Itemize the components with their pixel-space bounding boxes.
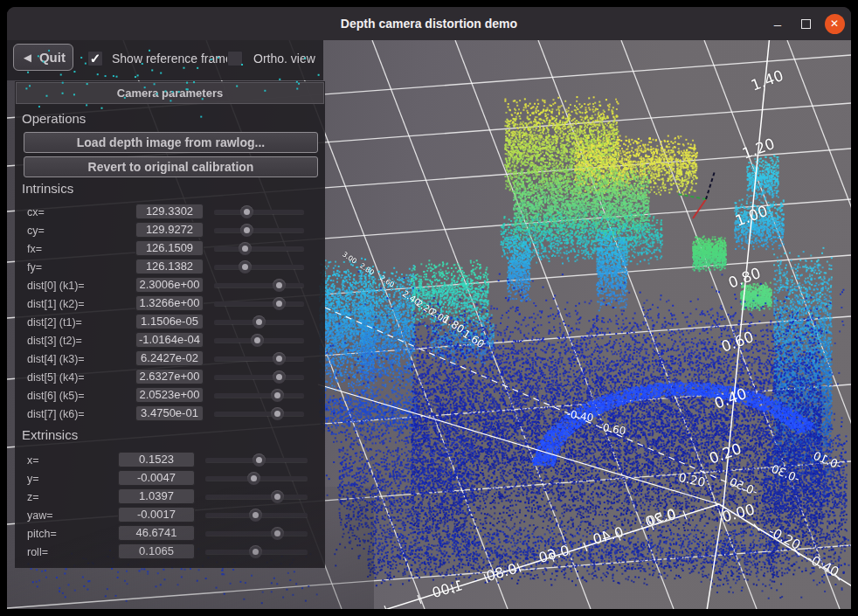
param-slider-knob[interactable] [271,407,284,420]
param-row: dist[4] (k3)=6.2427e-02 [15,350,325,368]
intrinsics-section-label: Intrinsics [22,181,73,196]
param-value-input[interactable]: 126.1382 [135,259,204,274]
param-row: dist[5] (k4)=2.6327e+00 [15,369,325,386]
param-value-input[interactable]: 1.3266e+00 [135,295,204,311]
param-label: dist[2] (t1)= [27,316,82,329]
param-value-input[interactable]: -1.0164e-04 [135,332,204,348]
param-label: dist[5] (k4)= [27,371,85,384]
param-label: dist[7] (k6)= [27,408,85,420]
param-slider-knob[interactable] [273,370,286,384]
minimize-button[interactable]: – [767,7,788,40]
param-slider-track[interactable] [214,393,304,398]
param-label: dist[0] (k1)= [27,280,85,292]
param-slider-knob[interactable] [273,297,286,310]
show-reference-frame-label: Show reference frame [112,52,232,66]
title-bar[interactable]: Depth camera distortion demo – ✕ [7,7,851,40]
param-slider-knob[interactable] [249,545,262,558]
extrinsics-section-label: Extrinsics [22,427,78,442]
param-value-input[interactable]: 1.1506e-05 [135,314,204,329]
param-value-input[interactable]: 1.0397 [118,488,195,504]
checkbox-show-reference-frame[interactable]: ✓ [87,51,103,66]
param-value-input[interactable]: 6.2427e-02 [135,350,204,366]
param-slider-knob[interactable] [239,260,252,273]
param-label: y= [27,473,39,485]
param-value-input[interactable]: 126.1509 [135,240,204,256]
param-value-input[interactable]: 129.9272 [135,222,204,238]
maximize-button[interactable] [795,7,816,40]
param-value-input[interactable]: 46.6741 [118,525,195,541]
operations-section-label: Operations [22,111,86,126]
close-button[interactable]: ✕ [823,7,846,40]
param-slider-track[interactable] [205,495,308,499]
param-slider-track[interactable] [214,228,304,232]
param-label: z= [27,491,39,503]
param-slider-track[interactable] [214,375,304,379]
param-slider-track[interactable] [214,283,304,287]
param-label: x= [27,454,39,467]
param-value-input[interactable]: 2.6327e+00 [135,369,204,384]
3d-viewport[interactable]: 1.401.201.000.800.600.400.200.00-0.20-0.… [7,40,851,609]
param-row: dist[6] (k5)=2.0523e+00 [15,387,325,405]
param-row: dist[0] (k1)=2.3006e+00 [15,277,325,294]
param-slider-track[interactable] [214,356,304,361]
app-window: Depth camera distortion demo – ✕ 1.401.2… [7,7,851,609]
param-row: cx=129.3302 [15,204,325,221]
revert-calibration-button[interactable]: Revert to original calibration [24,156,318,177]
param-row: pitch=46.6741 [15,525,325,543]
param-slider-knob[interactable] [240,224,253,237]
param-row: dist[3] (t2)=-1.0164e-04 [15,332,325,350]
param-row: fy=126.1382 [15,259,325,276]
panel-title[interactable]: Camera parameters [16,82,324,104]
param-row: roll=0.1065 [15,543,325,561]
param-label: pitch= [27,528,57,540]
param-slider-knob[interactable] [271,389,284,402]
minimize-icon: – [774,17,781,31]
param-row: dist[7] (k6)=3.4750e-01 [15,405,325,423]
param-value-input[interactable]: 0.1523 [118,452,195,467]
param-slider-track[interactable] [214,412,304,416]
param-label: cx= [27,206,45,218]
param-slider-knob[interactable] [271,490,284,503]
param-row: fx=126.1509 [15,240,325,258]
check-icon: ✓ [90,51,101,66]
param-value-input[interactable]: 2.0523e+00 [135,387,204,403]
load-depth-image-button[interactable]: Load depth image from rawlog... [24,132,318,153]
param-slider-track[interactable] [205,513,308,517]
param-slider-knob[interactable] [273,352,286,365]
param-slider-track[interactable] [214,338,304,343]
param-slider-track[interactable] [214,320,304,324]
close-icon: ✕ [825,14,845,34]
param-slider-knob[interactable] [247,472,260,485]
param-value-input[interactable]: 0.1065 [118,543,195,559]
param-row: y=-0.0047 [15,470,325,488]
param-label: fy= [27,261,42,273]
param-slider-knob[interactable] [239,242,252,255]
param-row: yaw=-0.0017 [15,507,325,524]
param-slider-track[interactable] [214,265,304,269]
param-label: yaw= [27,509,53,522]
param-value-input[interactable]: 2.3006e+00 [135,277,204,293]
param-slider-knob[interactable] [253,315,266,329]
checkbox-ortho-view[interactable] [227,51,243,66]
toolbar: ◄ Quit ✓ Show reference frame Ortho. vie… [7,40,323,80]
param-slider-track[interactable] [214,210,304,214]
param-slider-knob[interactable] [273,279,286,292]
maximize-icon [801,19,811,29]
param-slider-track[interactable] [205,476,308,481]
param-value-input[interactable]: 129.3302 [135,204,204,219]
param-value-input[interactable]: -0.0017 [118,507,195,523]
param-slider-track[interactable] [205,531,308,536]
param-slider-track[interactable] [214,301,304,306]
param-slider-knob[interactable] [251,334,264,347]
param-slider-knob[interactable] [253,453,266,467]
param-slider-track[interactable] [205,458,308,462]
param-value-input[interactable]: 3.4750e-01 [135,405,204,421]
param-slider-knob[interactable] [249,509,262,522]
param-slider-track[interactable] [214,246,304,251]
param-slider-track[interactable] [205,550,308,554]
param-slider-knob[interactable] [271,527,284,540]
quit-button[interactable]: ◄ Quit [13,44,73,71]
param-slider-knob[interactable] [240,205,253,218]
param-value-input[interactable]: -0.0047 [118,470,195,486]
camera-parameters-panel: Camera parameters Operations Load depth … [15,81,325,568]
